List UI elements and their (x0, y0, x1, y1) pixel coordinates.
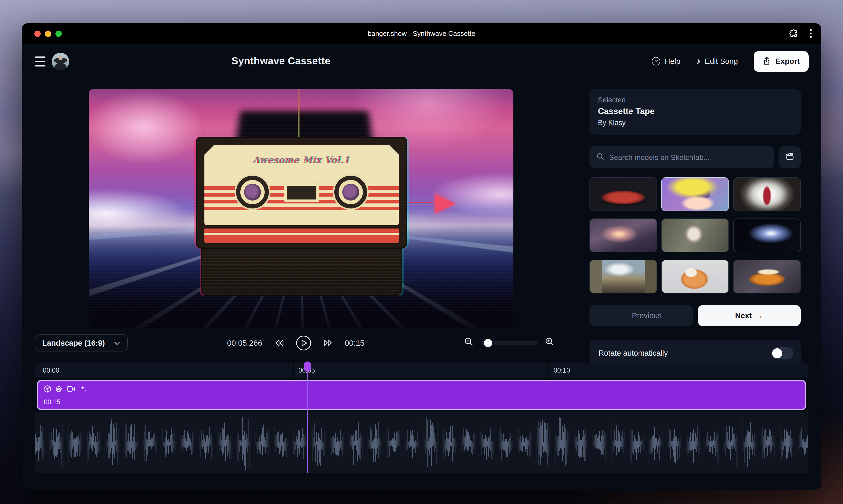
model-thumb-abandoned-city[interactable] (589, 260, 657, 293)
ruler-tick-label: 00:00 (43, 367, 59, 374)
avatar[interactable] (52, 53, 69, 70)
fast-forward-button[interactable] (323, 339, 333, 347)
selected-model-card: Selected Cassette Tape By Klasy (589, 89, 801, 134)
search-box[interactable] (589, 146, 774, 168)
model-sidebar: Selected Cassette Tape By Klasy (589, 89, 801, 366)
total-time: 00:15 (345, 338, 364, 347)
zoom-in-icon[interactable] (545, 337, 554, 348)
sparkles-icon (79, 385, 88, 395)
clapperboard-button[interactable] (778, 146, 801, 168)
playback-controls: Landscape (16:9) 00:05.266 (22, 334, 821, 352)
playhead-knob[interactable] (304, 361, 311, 372)
spiral-icon (55, 385, 63, 395)
next-button[interactable]: Next → (698, 305, 801, 326)
window-title: banger.show - Synthwave Cassette (22, 30, 821, 37)
model-thumb-anime-girl[interactable] (661, 177, 729, 211)
export-button[interactable]: Export (754, 51, 809, 72)
audio-waveform[interactable] (35, 412, 808, 473)
play-button[interactable] (295, 335, 311, 351)
edit-song-button[interactable]: ♪ Edit Song (696, 57, 738, 66)
model-thumb-skull[interactable] (661, 218, 729, 252)
author-link[interactable]: Klasy (608, 119, 626, 127)
video-preview[interactable]: Awesome Mix Vol.1 (89, 89, 513, 328)
cube-icon (43, 385, 51, 395)
zoom-slider[interactable] (481, 341, 538, 345)
share-export-icon (763, 56, 771, 66)
selected-byline: By Klasy (598, 119, 792, 127)
search-input[interactable] (609, 153, 768, 162)
menu-hamburger-icon[interactable] (35, 56, 46, 66)
help-icon: ? (652, 57, 660, 66)
app-header: Synthwave Cassette ? Help ♪ Edit Song (22, 44, 821, 79)
page-title: Synthwave Cassette (231, 55, 331, 67)
timeline-clip[interactable]: 00:15 (37, 380, 806, 410)
help-button[interactable]: ? Help (652, 57, 681, 66)
model-thumb-shiba-dog[interactable] (661, 260, 729, 293)
app-window: banger.show - Synthwave Cassette Synthwa… (22, 23, 821, 490)
ruler-tick-label: 00:10 (553, 367, 570, 374)
previous-button[interactable]: ← Previous (589, 305, 693, 326)
model-thumb-storm-clouds[interactable] (589, 218, 657, 252)
kebab-menu-icon[interactable] (810, 29, 812, 38)
model-thumb-red-sports-car[interactable] (589, 177, 657, 211)
timeline: 00:00 00:05 00:10 (35, 363, 808, 473)
zoom-slider-knob[interactable] (484, 339, 493, 347)
music-note-icon: ♪ (696, 57, 700, 66)
desktop: banger.show - Synthwave Cassette Synthwa… (0, 0, 843, 504)
arrow-left-icon: ← (621, 311, 628, 320)
current-time: 00:05.266 (227, 338, 262, 347)
arrow-right-icon: → (755, 311, 763, 320)
selected-model-name: Cassette Tape (598, 107, 792, 116)
rewind-button[interactable] (274, 339, 284, 347)
titlebar: banger.show - Synthwave Cassette (22, 23, 821, 44)
video-camera-icon (67, 385, 75, 395)
zoom-out-icon[interactable] (464, 337, 473, 348)
selected-label: Selected (598, 96, 792, 104)
chevron-down-icon (114, 339, 120, 347)
clip-duration-label: 00:15 (44, 398, 61, 406)
model-thumb-red-cloak-warrior[interactable] (733, 177, 801, 211)
clapperboard-icon (785, 152, 794, 163)
extensions-puzzle-icon[interactable] (789, 29, 798, 38)
search-icon (596, 152, 604, 162)
model-thumb-galaxy[interactable] (733, 218, 801, 252)
clip-icons (43, 385, 88, 395)
timeline-ruler[interactable]: 00:00 00:05 00:10 (35, 363, 808, 378)
playhead[interactable] (307, 363, 308, 473)
aspect-ratio-dropdown[interactable]: Landscape (16:9) (35, 334, 128, 352)
preview-scanlines (89, 89, 513, 328)
model-thumb-toy-car[interactable] (733, 260, 801, 293)
model-grid (589, 177, 801, 293)
